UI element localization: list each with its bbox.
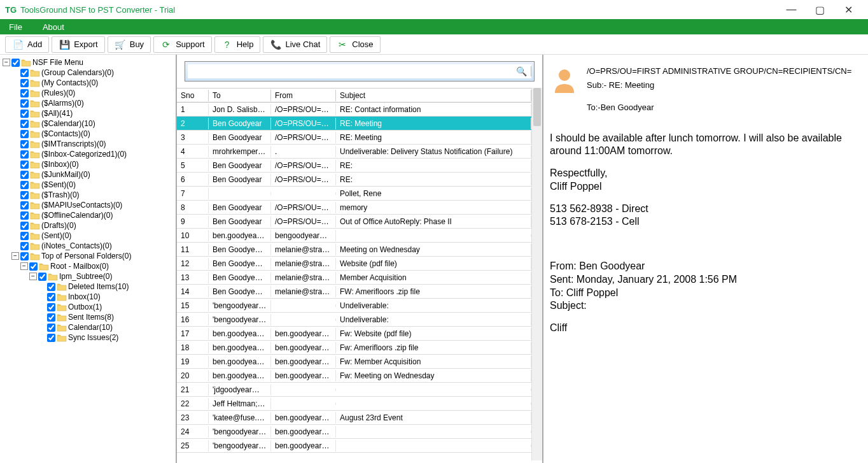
scroll-thumb[interactable]: [533, 88, 541, 126]
support-button[interactable]: ⟳ Support: [153, 36, 212, 53]
tree-checkbox[interactable]: [29, 262, 38, 271]
menu-about[interactable]: About: [39, 20, 68, 34]
tree-toggle-icon[interactable]: −: [3, 59, 10, 66]
table-row[interactable]: 16'bengoodyear@h...Undeliverable:: [177, 313, 531, 327]
table-row[interactable]: 11Ben Goodyear; b...melanie@strata-g...M…: [177, 243, 531, 257]
tree-item[interactable]: −Top of Personal Folders(0): [3, 251, 173, 261]
tree-checkbox[interactable]: [47, 293, 55, 301]
table-row[interactable]: 2Ben Goodyear/O=PRS/OU=FI...RE: Meeting: [177, 117, 531, 131]
close-window-button[interactable]: ✕: [834, 1, 863, 18]
tree-checkbox[interactable]: [20, 181, 29, 189]
table-row[interactable]: 13Ben Goodyear; b...melanie@strata-g...M…: [177, 271, 531, 285]
tree-checkbox[interactable]: [20, 160, 29, 169]
tree-item[interactable]: (Group Calendars)(0): [3, 68, 173, 78]
tree-checkbox[interactable]: [47, 324, 55, 332]
table-row[interactable]: 1Jon D. Salisbury; .../O=PRS/OU=FI...RE:…: [177, 103, 531, 117]
tree-item[interactable]: Inbox(10): [3, 292, 173, 302]
table-row[interactable]: 4mrohrkemper@ci....Undeliverable: Delive…: [177, 145, 531, 159]
tree-checkbox[interactable]: [47, 334, 55, 342]
table-row[interactable]: 19ben.goodyear@s...ben.goodyear@s...Fw: …: [177, 355, 531, 369]
col-subject[interactable]: Subject: [336, 90, 531, 101]
add-button[interactable]: 📄 Add: [5, 36, 49, 53]
tree-item[interactable]: (Sent)(0): [3, 231, 173, 241]
menu-file[interactable]: File: [5, 20, 26, 34]
tree-checkbox[interactable]: [20, 201, 29, 210]
table-row[interactable]: 10ben.goodyear@s...bengoodyear@h...: [177, 229, 531, 243]
tree-checkbox[interactable]: [20, 79, 29, 87]
tree-item[interactable]: Sync Issues(2): [3, 332, 173, 343]
table-row[interactable]: 18ben.goodyear@s...ben.goodyear@s...Fw: …: [177, 341, 531, 355]
export-button[interactable]: 💾 Export: [52, 36, 105, 53]
tree-checkbox[interactable]: [20, 120, 29, 128]
close-button[interactable]: ✂ Close: [330, 36, 380, 53]
tree-checkbox[interactable]: [20, 99, 29, 108]
table-row[interactable]: 12Ben Goodyear; b...melanie@strata-g...W…: [177, 257, 531, 271]
folder-tree[interactable]: −NSF File Menu(Group Calendars)(0)(My Co…: [0, 55, 177, 463]
messages-table[interactable]: Sno To From Subject 1Jon D. Salisbury; .…: [177, 88, 531, 460]
tree-checkbox[interactable]: [20, 150, 29, 159]
tree-item[interactable]: (Rules)(0): [3, 88, 173, 98]
table-row[interactable]: 7Pollet, Rene: [177, 187, 531, 201]
table-row[interactable]: 8Ben Goodyear/O=PRS/OU=FI...memory: [177, 201, 531, 215]
col-sno[interactable]: Sno: [177, 90, 209, 101]
tree-item[interactable]: Deleted Items(10): [3, 281, 173, 292]
tree-item[interactable]: ($Contacts)(0): [3, 129, 173, 139]
col-to[interactable]: To: [209, 90, 271, 101]
table-row[interactable]: 22Jeff Heltman; Gol...: [177, 397, 531, 411]
tree-checkbox[interactable]: [47, 313, 55, 322]
tree-item[interactable]: Outbox(1): [3, 302, 173, 312]
table-row[interactable]: 21'jdgoodyear@yah...: [177, 383, 531, 397]
tree-checkbox[interactable]: [20, 130, 29, 138]
table-row[interactable]: 14Ben Goodyear; b...melanie@strata-g...F…: [177, 285, 531, 299]
tree-checkbox[interactable]: [20, 89, 29, 97]
tree-checkbox[interactable]: [20, 140, 29, 148]
tree-item[interactable]: ($Calendar)(10): [3, 118, 173, 129]
tree-checkbox[interactable]: [20, 222, 29, 230]
tree-checkbox[interactable]: [20, 69, 29, 77]
tree-checkbox[interactable]: [20, 232, 29, 240]
buy-button[interactable]: 🛒 Buy: [108, 36, 151, 53]
table-row[interactable]: 17ben.goodyear@s...ben.goodyear@s...Fw: …: [177, 327, 531, 341]
tree-item[interactable]: ($Sent)(0): [3, 180, 173, 190]
tree-item[interactable]: (Drafts)(0): [3, 220, 173, 231]
tree-item[interactable]: ($Inbox)(0): [3, 159, 173, 169]
search-input[interactable]: [188, 65, 514, 78]
tree-item[interactable]: ($All)(41): [3, 108, 173, 118]
help-button[interactable]: ? Help: [214, 36, 261, 53]
tree-item[interactable]: (iNotes_Contacts)(0): [3, 241, 173, 251]
tree-checkbox[interactable]: [47, 303, 55, 311]
tree-item[interactable]: −NSF File Menu: [3, 57, 173, 68]
tree-item[interactable]: ($MAPIUseContacts)(0): [3, 200, 173, 210]
tree-item[interactable]: (My Contacts)(0): [3, 78, 173, 88]
table-row[interactable]: 24'bengoodyear@h...ben.goodyear@s...: [177, 425, 531, 439]
table-row[interactable]: 5Ben Goodyear/O=PRS/OU=FI...RE:: [177, 159, 531, 173]
table-row[interactable]: 15'bengoodyear@h...Undeliverable:: [177, 299, 531, 313]
tree-item[interactable]: ($Inbox-Categorized1)(0): [3, 149, 173, 159]
tree-item[interactable]: ($Alarms)(0): [3, 98, 173, 108]
tree-checkbox[interactable]: [47, 283, 55, 291]
table-row[interactable]: 20ben.goodyear@s...ben.goodyear@s...Fw: …: [177, 369, 531, 383]
tree-checkbox[interactable]: [20, 110, 29, 118]
tree-item[interactable]: −Ipm_Subtree(0): [3, 271, 173, 281]
tree-checkbox[interactable]: [20, 242, 29, 250]
search-icon[interactable]: 🔍: [514, 66, 528, 76]
livechat-button[interactable]: 📞 Live Chat: [263, 36, 327, 53]
tree-toggle-icon[interactable]: −: [11, 252, 19, 260]
tree-checkbox[interactable]: [20, 252, 29, 260]
tree-toggle-icon[interactable]: −: [20, 262, 28, 270]
minimize-button[interactable]: —: [777, 1, 806, 18]
table-row[interactable]: 6Ben Goodyear/O=PRS/OU=FI...RE:: [177, 173, 531, 187]
col-from[interactable]: From: [271, 90, 336, 101]
tree-checkbox[interactable]: [11, 59, 20, 67]
tree-checkbox[interactable]: [38, 273, 46, 281]
table-row[interactable]: 9Ben Goodyear/O=PRS/OU=FI...Out of Offic…: [177, 215, 531, 229]
table-row[interactable]: 3Ben Goodyear/O=PRS/OU=FI...RE: Meeting: [177, 131, 531, 145]
tree-item[interactable]: ($IMTranscripts)(0): [3, 139, 173, 149]
maximize-button[interactable]: ▢: [806, 1, 834, 18]
tree-item[interactable]: ($OfflineCalendar)(0): [3, 210, 173, 220]
vertical-scrollbar[interactable]: [531, 88, 542, 460]
tree-checkbox[interactable]: [20, 171, 29, 179]
tree-item[interactable]: Sent Items(8): [3, 312, 173, 322]
tree-checkbox[interactable]: [20, 211, 29, 220]
tree-toggle-icon[interactable]: −: [29, 273, 37, 280]
